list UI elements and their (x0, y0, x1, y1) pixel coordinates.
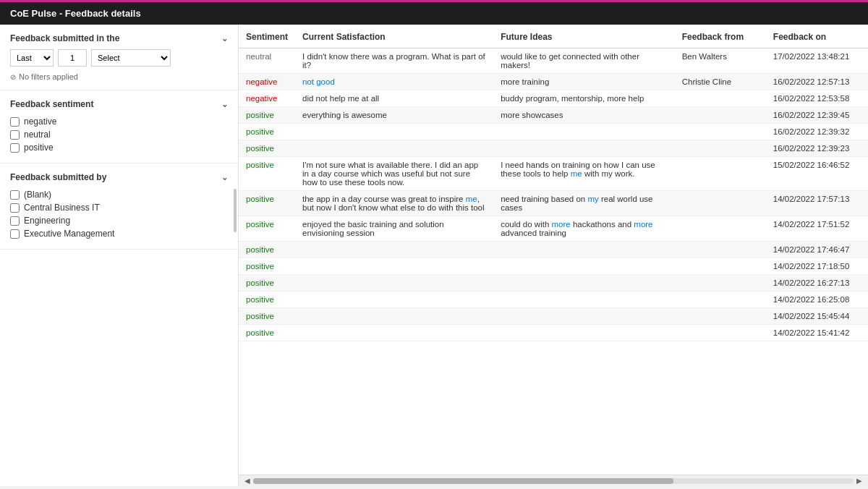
cell-on: 14/02/2022 15:45:44 (766, 308, 868, 325)
cell-from: Christie Cline (675, 74, 766, 90)
cell-satisfaction: did not help me at all (295, 90, 493, 107)
sidebar-scrollbar[interactable] (234, 189, 237, 232)
cell-satisfaction: I'm not sure what is available there. I … (295, 157, 493, 191)
cell-sentiment: positive (239, 157, 295, 191)
submitted-by-cbi-checkbox[interactable] (10, 203, 20, 213)
period-select[interactable]: Select (91, 49, 171, 67)
cell-from (675, 242, 766, 258)
cell-satisfaction (295, 308, 493, 325)
content-area: Sentiment Current Satisfaction Future Id… (239, 25, 868, 486)
scrollbar-thumb[interactable] (253, 478, 673, 484)
table-row: positive14/02/2022 15:41:42 (239, 325, 868, 341)
section-submitted-by-header[interactable]: Feedback submitted by ⌄ (10, 172, 228, 182)
table-body: neutralI didn't know there was a program… (239, 48, 868, 341)
sentiment-checkbox-group: negative neutral positive (10, 115, 228, 154)
cell-from (675, 191, 766, 216)
table-row: negativedid not help me at allbuddy prog… (239, 90, 868, 107)
submitted-by-blank-item: (Blank) (10, 188, 228, 201)
cell-future: I need hands on training on how I can us… (493, 157, 675, 191)
cell-on: 14/02/2022 16:27:13 (766, 275, 868, 292)
cell-satisfaction (295, 275, 493, 292)
cell-from (675, 308, 766, 325)
submitted-by-cbi-item: Central Business IT (10, 201, 228, 214)
cell-from (675, 216, 766, 242)
period-number-input[interactable] (58, 49, 87, 67)
cell-from (675, 107, 766, 124)
table-row: positive14/02/2022 17:18:50 (239, 258, 868, 275)
cell-from (675, 292, 766, 308)
cell-satisfaction: I didn't know there was a program. What … (295, 48, 493, 74)
submitted-by-blank-checkbox[interactable] (10, 190, 20, 200)
cell-sentiment: negative (239, 74, 295, 90)
cell-on: 14/02/2022 15:41:42 (766, 325, 868, 341)
cell-future (493, 308, 675, 325)
sentiment-positive-checkbox[interactable] (10, 143, 20, 153)
feedback-table: Sentiment Current Satisfaction Future Id… (239, 25, 868, 341)
cell-on: 16/02/2022 12:57:13 (766, 74, 868, 90)
cell-future: would like to get connected with other m… (493, 48, 675, 74)
submitted-by-exec-checkbox[interactable] (10, 229, 20, 239)
cell-satisfaction: everything is awesome (295, 107, 493, 124)
cell-sentiment: positive (239, 191, 295, 216)
no-filters-label: ⊘ No filters applied (10, 72, 228, 81)
table-container[interactable]: Sentiment Current Satisfaction Future Id… (239, 25, 868, 475)
cell-satisfaction (295, 124, 493, 140)
scrollbar-track[interactable] (253, 478, 854, 484)
cell-on: 14/02/2022 16:25:08 (766, 292, 868, 308)
sentiment-positive-item: positive (10, 141, 228, 154)
submitted-by-exec-item: Executive Management (10, 227, 228, 240)
sentiment-negative-checkbox[interactable] (10, 117, 20, 127)
submitted-by-eng-label: Engineering (24, 216, 70, 226)
sentiment-neutral-checkbox[interactable] (10, 130, 20, 140)
table-row: positive14/02/2022 16:25:08 (239, 292, 868, 308)
cell-from (675, 325, 766, 341)
scroll-right-arrow[interactable]: ▶ (854, 477, 865, 485)
filter-row-period: Last Select (10, 49, 228, 67)
col-header-satisfaction: Current Satisfaction (295, 25, 493, 48)
section-submitted-by: Feedback submitted by ⌄ (Blank) Central … (0, 163, 238, 250)
submitted-by-blank-label: (Blank) (24, 190, 51, 200)
cell-future (493, 325, 675, 341)
col-header-on: Feedback on (766, 25, 868, 48)
scroll-left-arrow[interactable]: ◀ (242, 477, 253, 485)
cell-on: 16/02/2022 12:39:23 (766, 140, 868, 157)
cell-sentiment: positive (239, 124, 295, 140)
cell-sentiment: positive (239, 292, 295, 308)
table-row: neutralI didn't know there was a program… (239, 48, 868, 74)
chevron-down-icon: ⌄ (221, 34, 228, 43)
cell-sentiment: positive (239, 216, 295, 242)
table-row: positive14/02/2022 17:46:47 (239, 242, 868, 258)
cell-satisfaction: the app in a day course was great to ins… (295, 191, 493, 216)
last-select[interactable]: Last (10, 49, 54, 67)
cell-future (493, 124, 675, 140)
sentiment-positive-label: positive (24, 143, 54, 153)
title-bar: CoE Pulse - Feedback details (0, 0, 868, 25)
col-header-future: Future Ideas (493, 25, 675, 48)
sentiment-negative-item: negative (10, 115, 228, 128)
cell-on: 17/02/2022 13:48:21 (766, 48, 868, 74)
table-row: positive14/02/2022 15:45:44 (239, 308, 868, 325)
table-row: positive14/02/2022 16:27:13 (239, 275, 868, 292)
cell-on: 14/02/2022 17:18:50 (766, 258, 868, 275)
cell-future: more showcases (493, 107, 675, 124)
cell-future (493, 275, 675, 292)
section-submitted-header[interactable]: Feedback submitted in the ⌄ (10, 33, 228, 43)
cell-sentiment: positive (239, 107, 295, 124)
cell-future: buddy program, mentorship, more help (493, 90, 675, 107)
section-sentiment-header[interactable]: Feedback sentiment ⌄ (10, 99, 228, 109)
cell-sentiment: positive (239, 140, 295, 157)
cell-satisfaction (295, 140, 493, 157)
submitted-by-eng-checkbox[interactable] (10, 216, 20, 226)
app-title: CoE Pulse - Feedback details (10, 8, 141, 19)
horizontal-scrollbar[interactable]: ◀ ▶ (239, 475, 868, 486)
cell-from (675, 124, 766, 140)
cell-satisfaction: not good (295, 74, 493, 90)
sentiment-neutral-label: neutral (24, 129, 51, 140)
cell-on: 15/02/2022 16:46:52 (766, 157, 868, 191)
cell-future (493, 258, 675, 275)
cell-sentiment: positive (239, 325, 295, 341)
cell-on: 14/02/2022 17:57:13 (766, 191, 868, 216)
main-layout: Feedback submitted in the ⌄ Last Select … (0, 25, 868, 486)
table-row: positive16/02/2022 12:39:23 (239, 140, 868, 157)
cell-from: Ben Walters (675, 48, 766, 74)
